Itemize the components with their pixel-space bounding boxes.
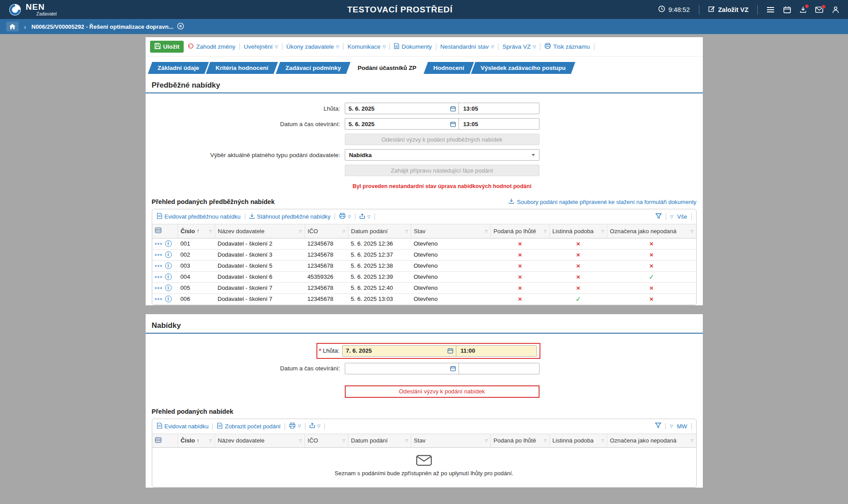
header-stav[interactable]: Stav▽ bbox=[411, 434, 491, 448]
deadline-time-value[interactable]: 13:05 bbox=[459, 103, 539, 114]
column-settings-header[interactable] bbox=[152, 224, 178, 238]
row-menu-icon[interactable] bbox=[155, 254, 162, 256]
contracting-actions-menu-button[interactable]: Úkony zadavatele ▽ bbox=[286, 43, 339, 50]
row-menu-icon[interactable] bbox=[155, 287, 162, 289]
tab[interactable]: Základní údaje bbox=[148, 62, 209, 74]
header-nepodana[interactable]: Označena jako nepodaná▽ bbox=[607, 224, 696, 238]
export-grid-button[interactable]: ▽ bbox=[359, 213, 370, 220]
start-next-phase-button[interactable]: Zahájit přípravu následující fáze podání bbox=[345, 165, 540, 176]
table-row[interactable]: i 004 Dodavatel - školení 6 45359326 5. … bbox=[152, 271, 696, 282]
opening-date-value[interactable]: 5. 6. 2025 bbox=[345, 121, 448, 127]
breadcrumb-item[interactable]: N006/25/V00005292 - Řešení optimalizace … bbox=[31, 23, 184, 31]
header-cislo[interactable]: Číslo↑▽ bbox=[178, 224, 215, 238]
print-grid-button[interactable]: ▽ bbox=[339, 213, 351, 220]
filter-caret-icon[interactable]: ▽ bbox=[485, 229, 488, 233]
send-call-pre-offers-button[interactable]: Odeslání výzvy k podání předběžných nabí… bbox=[345, 134, 540, 145]
create-vz-button[interactable]: Založit VZ bbox=[708, 5, 748, 14]
filter-caret-icon[interactable]: ▽ bbox=[544, 229, 547, 233]
info-icon[interactable]: i bbox=[165, 285, 172, 291]
tab[interactable]: Hodnocení bbox=[424, 62, 474, 74]
menu-icon[interactable] bbox=[767, 7, 775, 13]
info-icon[interactable]: i bbox=[165, 251, 172, 258]
filter-caret-icon[interactable]: ▽ bbox=[209, 439, 212, 442]
filter-caret-icon[interactable]: ▽ bbox=[544, 439, 547, 442]
info-icon[interactable]: i bbox=[165, 262, 172, 269]
offers-opening-time-value[interactable] bbox=[459, 363, 539, 374]
vz-admin-menu-button[interactable]: Správa VZ ▽ bbox=[502, 43, 536, 50]
save-button[interactable]: Uložit bbox=[150, 41, 184, 53]
filter-caret-icon[interactable]: ▽ bbox=[601, 439, 604, 442]
filter-caret-icon[interactable]: ▽ bbox=[405, 229, 408, 233]
header-nazev[interactable]: Název dodavatele▽ bbox=[215, 224, 305, 238]
filter-caret-icon[interactable]: ▽ bbox=[299, 439, 302, 442]
calendar-icon[interactable] bbox=[783, 6, 791, 13]
tab[interactable]: Výsledek zadávacího postupu bbox=[471, 62, 575, 74]
header-nepodana[interactable]: Označena jako nepodaná▽ bbox=[607, 434, 696, 448]
export-grid-button[interactable]: ▽ bbox=[309, 423, 320, 430]
deadline-datetime-input[interactable]: 5. 6. 2025 13:05 bbox=[345, 103, 540, 114]
filter-caret-icon[interactable]: ▽ bbox=[690, 229, 693, 233]
calendar-picker-icon[interactable] bbox=[448, 365, 459, 371]
header-ico[interactable]: IČO▽ bbox=[305, 434, 348, 448]
tab[interactable]: Zadávací podmínky bbox=[276, 62, 351, 74]
calendar-picker-icon[interactable] bbox=[448, 121, 459, 127]
offers-deadline-datetime-input[interactable]: 7. 6. 2025 11:00 bbox=[342, 345, 537, 357]
offers-deadline-time-value[interactable]: 11:00 bbox=[456, 346, 536, 356]
opening-time-value[interactable]: 13:05 bbox=[459, 119, 539, 129]
header-po-lhute[interactable]: Podaná po lhůtě▽ bbox=[491, 434, 550, 448]
header-po-lhute[interactable]: Podaná po lhůtě▽ bbox=[491, 224, 550, 238]
row-menu-icon[interactable] bbox=[155, 298, 162, 300]
discard-changes-button[interactable]: Zahodit změny bbox=[188, 43, 235, 50]
table-row[interactable]: i 006 Dodavatel - školení 7 12345678 5. … bbox=[152, 293, 696, 304]
filter-caret-icon[interactable]: ▽ bbox=[601, 229, 604, 233]
header-stav[interactable]: Stav▽ bbox=[411, 224, 491, 238]
offers-deadline-date-value[interactable]: 7. 6. 2025 bbox=[343, 347, 445, 354]
table-row[interactable]: i 002 Dodavatel - školení 3 12345678 5. … bbox=[152, 249, 696, 260]
saved-filter-value[interactable]: MW bbox=[677, 423, 687, 430]
close-tab-icon[interactable] bbox=[177, 23, 184, 31]
filter-caret-icon[interactable]: ▽ bbox=[485, 439, 488, 442]
header-datum[interactable]: Datum podání▽ bbox=[348, 434, 411, 448]
header-cislo[interactable]: Číslo↑▽ bbox=[178, 434, 215, 448]
info-icon[interactable]: i bbox=[165, 273, 172, 280]
publish-menu-button[interactable]: Uveřejnění ▽ bbox=[244, 43, 278, 50]
mail-icon[interactable] bbox=[815, 7, 823, 13]
filter-icon[interactable] bbox=[655, 423, 661, 430]
send-call-offers-button[interactable]: Odeslání výzvy k podání nabídek bbox=[345, 385, 540, 398]
header-nazev[interactable]: Název dodavatele▽ bbox=[215, 434, 305, 448]
table-row[interactable]: i 003 Dodavatel - školení 5 12345678 5. … bbox=[152, 260, 696, 271]
calendar-picker-icon[interactable] bbox=[448, 106, 459, 112]
register-pre-offer-button[interactable]: Evidovat předběžnou nabídku bbox=[157, 213, 241, 220]
calendar-picker-icon[interactable] bbox=[445, 348, 456, 354]
filter-caret-icon[interactable]: ▽ bbox=[209, 229, 212, 233]
home-icon[interactable] bbox=[6, 22, 19, 31]
filter-caret-icon[interactable]: ▽ bbox=[299, 229, 302, 233]
row-menu-icon[interactable] bbox=[155, 276, 162, 278]
header-ico[interactable]: IČO▽ bbox=[305, 224, 348, 238]
filter-caret-icon[interactable]: ▽ bbox=[343, 229, 345, 233]
opening-datetime-input[interactable]: 5. 6. 2025 13:05 bbox=[345, 118, 540, 130]
offers-opening-datetime-input[interactable] bbox=[345, 363, 540, 374]
communication-menu-button[interactable]: Komunikace ▽ bbox=[347, 43, 385, 50]
downloads-icon[interactable] bbox=[800, 6, 806, 13]
show-submission-count-button[interactable]: Zobrazit počet podání bbox=[217, 423, 281, 430]
tab[interactable]: Podání účastníků ZP bbox=[348, 62, 426, 74]
column-settings-header[interactable] bbox=[152, 434, 178, 448]
row-menu-icon[interactable] bbox=[155, 243, 162, 245]
print-grid-button[interactable]: ▽ bbox=[289, 423, 301, 430]
submission-files-link[interactable]: Soubory podání najdete připravené ke sta… bbox=[509, 198, 696, 205]
filter-icon[interactable] bbox=[655, 213, 662, 220]
table-row[interactable]: i 001 Dodavatel - školení 2 12345678 5. … bbox=[152, 238, 696, 249]
info-icon[interactable]: i bbox=[165, 240, 172, 247]
tab[interactable]: Kritéria hodnocení bbox=[206, 62, 278, 74]
filter-caret-icon[interactable]: ▽ bbox=[405, 439, 408, 442]
deadline-date-value[interactable]: 5. 6. 2025 bbox=[345, 105, 448, 112]
download-pre-offers-button[interactable]: Stáhnout předběžné nabídky bbox=[249, 213, 331, 220]
user-profile-icon[interactable] bbox=[832, 6, 839, 13]
saved-filter-value[interactable]: Vše bbox=[677, 213, 687, 220]
filter-caret-icon[interactable]: ▽ bbox=[690, 439, 693, 442]
row-menu-icon[interactable] bbox=[155, 265, 162, 267]
header-datum[interactable]: Datum podání▽ bbox=[348, 224, 411, 238]
register-offer-button[interactable]: Evidovat nabídku bbox=[157, 423, 209, 430]
table-row[interactable]: i 005 Dodavatel - školení 7 12345678 5. … bbox=[152, 282, 696, 293]
